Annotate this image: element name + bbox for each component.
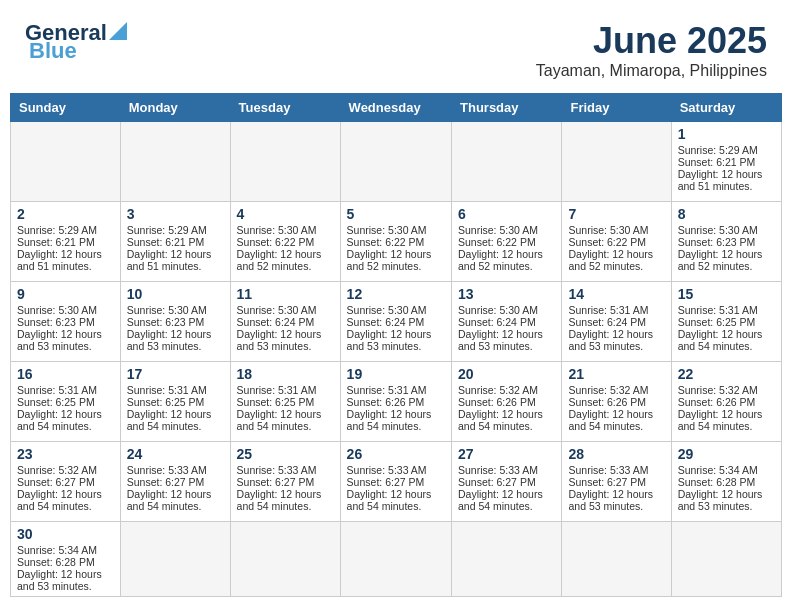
table-row: 9Sunrise: 5:30 AMSunset: 6:23 PMDaylight…	[11, 282, 121, 362]
day-number: 14	[568, 286, 664, 302]
minutes-text: and 54 minutes.	[17, 420, 92, 432]
table-row	[671, 522, 781, 597]
daylight-text: Daylight: 12 hours	[17, 408, 102, 420]
location: Tayaman, Mimaropa, Philippines	[536, 62, 767, 80]
day-number: 12	[347, 286, 445, 302]
daylight-text: Daylight: 12 hours	[678, 408, 763, 420]
sunset-text: Sunset: 6:28 PM	[17, 556, 95, 568]
sunset-text: Sunset: 6:27 PM	[568, 476, 646, 488]
day-number: 28	[568, 446, 664, 462]
sunrise-text: Sunrise: 5:33 AM	[237, 464, 317, 476]
day-number: 24	[127, 446, 224, 462]
minutes-text: and 53 minutes.	[458, 340, 533, 352]
day-number: 22	[678, 366, 775, 382]
calendar-row: 9Sunrise: 5:30 AMSunset: 6:23 PMDaylight…	[11, 282, 782, 362]
sunrise-text: Sunrise: 5:31 AM	[17, 384, 97, 396]
day-number: 29	[678, 446, 775, 462]
month-year: June 2025	[536, 20, 767, 62]
sunrise-text: Sunrise: 5:29 AM	[17, 224, 97, 236]
minutes-text: and 53 minutes.	[237, 340, 312, 352]
table-row: 6Sunrise: 5:30 AMSunset: 6:22 PMDaylight…	[452, 202, 562, 282]
sunset-text: Sunset: 6:22 PM	[568, 236, 646, 248]
minutes-text: and 52 minutes.	[237, 260, 312, 272]
table-row: 12Sunrise: 5:30 AMSunset: 6:24 PMDayligh…	[340, 282, 451, 362]
minutes-text: and 53 minutes.	[17, 340, 92, 352]
sunrise-text: Sunrise: 5:29 AM	[678, 144, 758, 156]
daylight-text: Daylight: 12 hours	[568, 248, 653, 260]
sunset-text: Sunset: 6:21 PM	[127, 236, 205, 248]
header-thursday: Thursday	[452, 94, 562, 122]
sunrise-text: Sunrise: 5:32 AM	[17, 464, 97, 476]
calendar-row: 16Sunrise: 5:31 AMSunset: 6:25 PMDayligh…	[11, 362, 782, 442]
day-number: 13	[458, 286, 555, 302]
table-row	[230, 122, 340, 202]
sunset-text: Sunset: 6:23 PM	[678, 236, 756, 248]
sunrise-text: Sunrise: 5:32 AM	[568, 384, 648, 396]
table-row	[452, 522, 562, 597]
sunset-text: Sunset: 6:21 PM	[17, 236, 95, 248]
table-row	[452, 122, 562, 202]
daylight-text: Daylight: 12 hours	[237, 408, 322, 420]
day-number: 30	[17, 526, 114, 542]
sunset-text: Sunset: 6:27 PM	[127, 476, 205, 488]
minutes-text: and 54 minutes.	[568, 420, 643, 432]
table-row: 10Sunrise: 5:30 AMSunset: 6:23 PMDayligh…	[120, 282, 230, 362]
sunrise-text: Sunrise: 5:30 AM	[347, 304, 427, 316]
header-wednesday: Wednesday	[340, 94, 451, 122]
table-row: 23Sunrise: 5:32 AMSunset: 6:27 PMDayligh…	[11, 442, 121, 522]
sunset-text: Sunset: 6:26 PM	[678, 396, 756, 408]
calendar-row: 1Sunrise: 5:29 AMSunset: 6:21 PMDaylight…	[11, 122, 782, 202]
day-number: 26	[347, 446, 445, 462]
minutes-text: and 54 minutes.	[127, 420, 202, 432]
sunrise-text: Sunrise: 5:30 AM	[678, 224, 758, 236]
table-row: 16Sunrise: 5:31 AMSunset: 6:25 PMDayligh…	[11, 362, 121, 442]
minutes-text: and 53 minutes.	[347, 340, 422, 352]
day-number: 1	[678, 126, 775, 142]
daylight-text: Daylight: 12 hours	[237, 488, 322, 500]
sunset-text: Sunset: 6:25 PM	[17, 396, 95, 408]
day-number: 8	[678, 206, 775, 222]
table-row: 14Sunrise: 5:31 AMSunset: 6:24 PMDayligh…	[562, 282, 671, 362]
daylight-text: Daylight: 12 hours	[127, 408, 212, 420]
daylight-text: Daylight: 12 hours	[347, 408, 432, 420]
table-row: 19Sunrise: 5:31 AMSunset: 6:26 PMDayligh…	[340, 362, 451, 442]
table-row	[120, 522, 230, 597]
daylight-text: Daylight: 12 hours	[17, 248, 102, 260]
sunrise-text: Sunrise: 5:33 AM	[458, 464, 538, 476]
sunrise-text: Sunrise: 5:31 AM	[237, 384, 317, 396]
table-row	[562, 522, 671, 597]
day-number: 27	[458, 446, 555, 462]
day-number: 6	[458, 206, 555, 222]
sunrise-text: Sunrise: 5:31 AM	[678, 304, 758, 316]
sunrise-text: Sunrise: 5:30 AM	[458, 224, 538, 236]
sunrise-text: Sunrise: 5:30 AM	[458, 304, 538, 316]
sunrise-text: Sunrise: 5:30 AM	[568, 224, 648, 236]
daylight-text: Daylight: 12 hours	[17, 568, 102, 580]
minutes-text: and 53 minutes.	[127, 340, 202, 352]
sunset-text: Sunset: 6:25 PM	[237, 396, 315, 408]
table-row: 5Sunrise: 5:30 AMSunset: 6:22 PMDaylight…	[340, 202, 451, 282]
daylight-text: Daylight: 12 hours	[347, 328, 432, 340]
day-number: 17	[127, 366, 224, 382]
sunrise-text: Sunrise: 5:32 AM	[458, 384, 538, 396]
table-row: 3Sunrise: 5:29 AMSunset: 6:21 PMDaylight…	[120, 202, 230, 282]
minutes-text: and 54 minutes.	[237, 420, 312, 432]
table-row: 25Sunrise: 5:33 AMSunset: 6:27 PMDayligh…	[230, 442, 340, 522]
daylight-text: Daylight: 12 hours	[237, 248, 322, 260]
minutes-text: and 54 minutes.	[347, 500, 422, 512]
daylight-text: Daylight: 12 hours	[237, 328, 322, 340]
minutes-text: and 52 minutes.	[458, 260, 533, 272]
header-friday: Friday	[562, 94, 671, 122]
day-number: 19	[347, 366, 445, 382]
sunrise-text: Sunrise: 5:33 AM	[127, 464, 207, 476]
day-number: 21	[568, 366, 664, 382]
sunset-text: Sunset: 6:27 PM	[237, 476, 315, 488]
table-row: 18Sunrise: 5:31 AMSunset: 6:25 PMDayligh…	[230, 362, 340, 442]
daylight-text: Daylight: 12 hours	[127, 488, 212, 500]
sunrise-text: Sunrise: 5:33 AM	[568, 464, 648, 476]
daylight-text: Daylight: 12 hours	[678, 328, 763, 340]
day-number: 5	[347, 206, 445, 222]
day-number: 23	[17, 446, 114, 462]
day-number: 10	[127, 286, 224, 302]
sunset-text: Sunset: 6:21 PM	[678, 156, 756, 168]
